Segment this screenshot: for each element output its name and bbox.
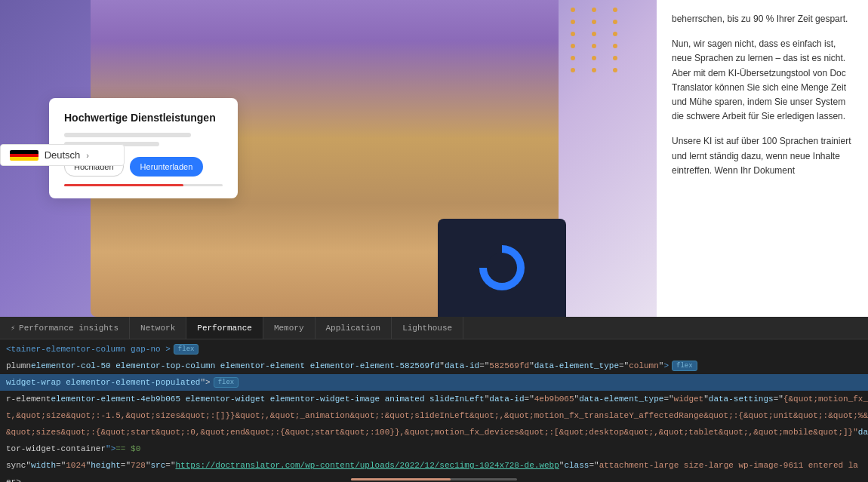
code-line-3: widget-wrap elementor-element-populated … [0,374,868,391]
code-line-1: <tainer-elementor-column gap-no > flex [0,341,868,358]
code-line-6: &quot;sizes&quot;:{&quot;start&quot;:0,&… [0,424,868,441]
download-button[interactable]: Herunterladen [130,157,204,177]
code-line-8: sync" width="1024" height="728" src=" ht… [0,457,868,474]
language-selector[interactable]: Deutsch › [0,144,125,166]
tab-performance-label: Performance [197,324,252,333]
tab-network-label: Network [140,324,175,333]
chevron-right-icon: › [86,151,115,160]
language-label: Deutsch [45,149,81,161]
tab-memory-label: Memory [274,324,304,333]
flag-german [10,150,38,161]
paragraph-2: Nun, wir sagen nicht, dass es einfach is… [672,37,853,124]
code-line-5: t,&quot;size&quot;:-1.5,&quot;sizes&quot… [0,407,868,424]
tab-application-label: Application [326,324,381,333]
circle-logo-inner [487,253,517,283]
dark-panel [438,219,566,317]
paragraph-1: beherrschen, bis zu 90 % Ihrer Zeit gesp… [672,12,853,26]
tab-lighthouse-label: Lighthouse [402,324,452,333]
paragraph-3: Unsere KI ist auf über 100 Sprachen trai… [672,134,853,178]
lightning-icon: ⚡ [11,324,15,333]
tab-performance-insights-label: Performance insights [19,324,119,333]
progress-bar [64,184,223,186]
right-text-panel: beherrschen, bis zu 90 % Ihrer Zeit gesp… [657,0,868,317]
circle-logo [479,245,525,290]
code-line-2: plumn elementor-col-50 elementor-top-col… [0,358,868,374]
devtools-tabs-bar: ⚡ Performance insights Network Performan… [0,317,868,339]
tab-performance-insights[interactable]: ⚡ Performance insights [0,317,130,339]
card-title: Hochwertige Dienstleistungen [64,112,223,124]
code-line-7: tor-widget-container"> == $0 [0,441,868,457]
progress-fill [64,184,183,186]
code-line-4: r-element elementor-element-4eb9b065 ele… [0,391,868,407]
main-area: Hochwertige Dienstleistungen Hochladen H… [0,0,868,317]
scroll-thumb [351,478,451,480]
devtools-code-content: <tainer-elementor-column gap-no > flex p… [0,339,868,482]
tab-application[interactable]: Application [315,317,392,339]
tab-lighthouse[interactable]: Lighthouse [392,317,463,339]
tab-network[interactable]: Network [130,317,186,339]
card-line-1 [64,133,191,137]
tab-memory[interactable]: Memory [263,317,315,339]
devtools-panel: ⚡ Performance insights Network Performan… [0,317,868,482]
tab-performance[interactable]: Performance [186,317,263,339]
horizontal-scrollbar[interactable] [351,478,517,480]
